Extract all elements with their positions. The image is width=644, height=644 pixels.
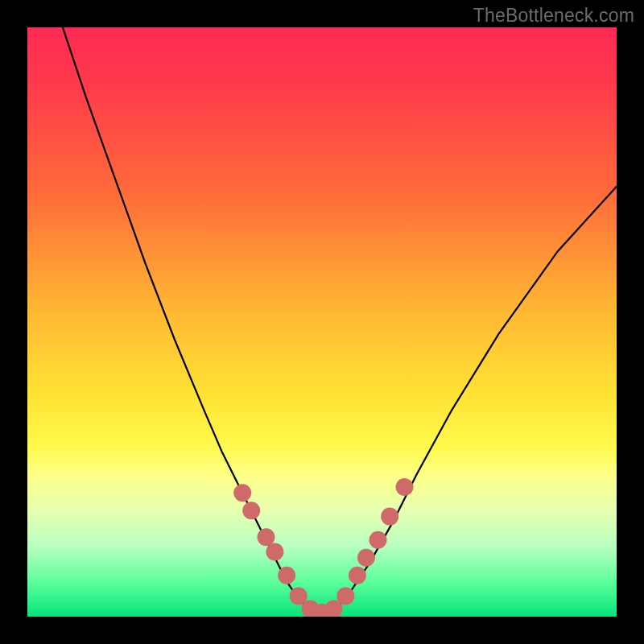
curve-layer [27,27,617,617]
marker-dot [233,484,251,502]
curve-markers [233,478,413,617]
marker-dot [369,531,387,549]
bottleneck-curve [63,27,617,613]
marker-dot [349,567,366,584]
marker-dot [336,587,354,605]
attribution-text: TheBottleneck.com [473,5,634,27]
marker-dot [278,567,295,584]
marker-dot [242,502,260,519]
marker-dot [381,508,398,526]
marker-dot [266,543,283,561]
marker-dot [357,549,375,567]
marker-dot [396,478,414,496]
chart-frame: TheBottleneck.com [0,0,644,644]
plot-area [27,27,617,617]
marker-dot [258,528,275,546]
